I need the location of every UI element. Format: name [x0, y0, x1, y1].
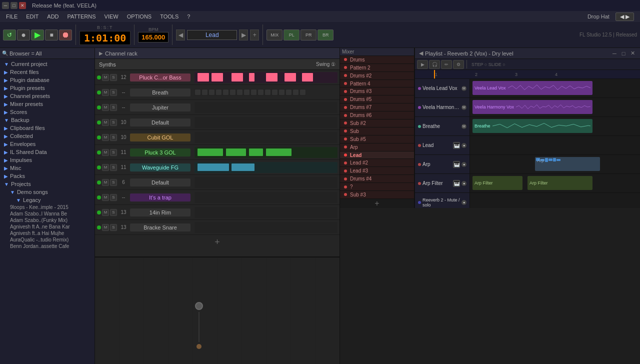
playlist-block-veela-lead[interactable]: Veela Lead Vox: [472, 81, 592, 95]
step-btn[interactable]: [194, 89, 201, 96]
playlist-minimize-btn[interactable]: ─: [611, 50, 618, 56]
mute-button[interactable]: M: [102, 149, 109, 156]
browser-item-envelopes[interactable]: ▶ Envelopes: [0, 140, 94, 148]
channel-name-breath[interactable]: Breath: [130, 88, 190, 96]
channel-name-default2[interactable]: Default: [130, 178, 190, 186]
mixer-channel-pattern4[interactable]: Pattern 4: [340, 80, 414, 88]
channel-name-jupiter[interactable]: Jupiter: [130, 104, 190, 112]
loop-button[interactable]: ↺: [3, 30, 16, 40]
playlist-block-arp-filter-2[interactable]: Arp Filter: [528, 176, 592, 190]
mute-button[interactable]: M: [102, 89, 109, 96]
browser-item-clipboard-files[interactable]: ▶ Clipboard files: [0, 124, 94, 132]
solo-button[interactable]: S: [110, 74, 117, 81]
step-btn[interactable]: [278, 89, 285, 96]
track-mute-btn[interactable]: ●: [462, 200, 466, 205]
mixer-channel-drums6[interactable]: Drums #6: [340, 112, 414, 120]
solo-button[interactable]: S: [110, 104, 117, 111]
pattern-next[interactable]: ▶: [239, 30, 248, 40]
track-mute-btn[interactable]: M: [462, 86, 466, 91]
mixer-channel-sub3[interactable]: Sub #3: [340, 191, 414, 199]
playlist-close-btn[interactable]: ✕: [629, 50, 636, 56]
playlist-button[interactable]: PL: [284, 30, 300, 40]
mixer-channel-drums[interactable]: Drums: [340, 56, 414, 64]
channel-active-light[interactable]: [97, 180, 101, 184]
mixer-button[interactable]: MIX: [266, 30, 282, 40]
playlist-tool1[interactable]: ✏: [441, 60, 452, 69]
channel-active-light[interactable]: [97, 106, 101, 110]
channel-name-rim[interactable]: 14in Rim: [130, 208, 190, 216]
menu-patterns[interactable]: PATTERNS: [64, 12, 100, 20]
menu-file[interactable]: FILE: [2, 12, 22, 20]
browser-item-il-shared-data[interactable]: ▶ IL Shared Data: [0, 148, 94, 156]
track-mute-btn[interactable]: ●: [462, 162, 466, 167]
solo-button[interactable]: S: [110, 224, 117, 231]
menu-view[interactable]: VIEW: [100, 12, 122, 20]
solo-button[interactable]: S: [110, 179, 117, 186]
menu-tools[interactable]: TOOLS: [156, 12, 182, 20]
menu-help[interactable]: ?: [183, 12, 194, 20]
mixer-channel-unknown[interactable]: ?: [340, 183, 414, 191]
browser-item-projects[interactable]: ▼ Projects: [0, 180, 94, 188]
mute-button[interactable]: M: [102, 194, 109, 201]
browser-file-aura[interactable]: AuraQualic -..tudio Remix): [0, 236, 94, 243]
browser-item-plugin-presets[interactable]: ▶ Plugin presets: [0, 84, 94, 92]
step-btn[interactable]: [244, 89, 250, 96]
browser-item-demo-songs[interactable]: ▼ Demo songs: [0, 188, 94, 196]
browser-file-benn[interactable]: Benn Jordan..assette Cafe: [0, 243, 94, 250]
pattern-name[interactable]: Lead: [187, 30, 237, 40]
mixer-channel-drums2[interactable]: Drums #2: [340, 72, 414, 80]
mute-button[interactable]: M: [102, 134, 109, 141]
browser-item-plugin-database[interactable]: ▶ Plugin database: [0, 76, 94, 84]
browser-item-collected[interactable]: ▶ Collected: [0, 132, 94, 140]
browser-item-legacy[interactable]: ▼ Legacy: [0, 196, 94, 204]
step-btn[interactable]: [286, 89, 292, 96]
close-button[interactable]: ✕: [19, 2, 26, 9]
browser-item-backup[interactable]: ▼ Backup: [0, 116, 94, 124]
browser-file-adam2[interactable]: Adam Szabo..(Funky Mix): [0, 217, 94, 224]
mixer-channel-lead2[interactable]: Lead #2: [340, 159, 414, 167]
channel-active-light[interactable]: [97, 150, 101, 154]
solo-button[interactable]: S: [110, 119, 117, 126]
add-channel-button[interactable]: +: [95, 235, 340, 249]
mute-button[interactable]: M: [102, 209, 109, 216]
mixer-channel-drums4[interactable]: Drums #4: [340, 175, 414, 183]
step-btn[interactable]: [264, 89, 271, 96]
playlist-prev-icon[interactable]: ◀: [419, 50, 423, 56]
pattern-prev[interactable]: ◀: [176, 30, 185, 40]
channel-active-light[interactable]: [97, 90, 101, 94]
step-btn[interactable]: [300, 89, 306, 96]
step-btn[interactable]: [250, 89, 257, 96]
channel-name-waveguide[interactable]: Waveguide FG: [130, 164, 190, 172]
playlist-tool2[interactable]: ⚙: [453, 60, 464, 69]
browser-item-current-project[interactable]: ▼ Current project: [0, 60, 94, 68]
track-mute-btn[interactable]: ●: [462, 143, 466, 148]
track-piano-btn[interactable]: 🎹: [453, 161, 460, 168]
browser-file-agnivesh2[interactable]: Agnivesh ft..a Hai Mujhe: [0, 230, 94, 236]
mute-button[interactable]: M: [102, 119, 109, 126]
browser-item-channel-presets[interactable]: ▶ Channel presets: [0, 92, 94, 100]
menu-edit[interactable]: EDIT: [22, 12, 42, 20]
record-mode-button[interactable]: ⏺: [59, 30, 72, 40]
track-piano-btn[interactable]: 🎹: [453, 142, 460, 149]
play-button[interactable]: ▶: [31, 30, 44, 40]
channel-name-pluck3[interactable]: Pluck 3 GOL: [130, 148, 190, 156]
mute-button[interactable]: M: [102, 104, 109, 111]
menu-add[interactable]: ADD: [43, 12, 62, 20]
record-button[interactable]: ●: [17, 30, 30, 40]
solo-button[interactable]: S: [110, 194, 117, 201]
playlist-block-breathe[interactable]: Breathe: [472, 119, 592, 133]
menu-options[interactable]: OPTIONS: [123, 12, 156, 20]
browser-item-mixer-presets[interactable]: ▶ Mixer presets: [0, 100, 94, 108]
mute-button[interactable]: M: [102, 179, 109, 186]
step-btn[interactable]: [222, 89, 229, 96]
browser-file-adam1[interactable]: Adam Szabo..l Wanna Be: [0, 210, 94, 217]
channel-name-snare[interactable]: Bracke Snare: [130, 224, 190, 232]
step-btn[interactable]: [272, 89, 278, 96]
playlist-headphone-btn[interactable]: 🎧: [429, 60, 440, 69]
mute-button[interactable]: M: [102, 164, 109, 171]
browser-item-misc[interactable]: ▶ Misc: [0, 164, 94, 172]
browser-button[interactable]: BR: [318, 30, 334, 40]
playlist-play-btn[interactable]: ▶: [417, 60, 428, 69]
add-mixer-channel-button[interactable]: +: [340, 199, 414, 208]
playlist-block-arp-filter-1[interactable]: Arp Filter: [472, 176, 522, 190]
